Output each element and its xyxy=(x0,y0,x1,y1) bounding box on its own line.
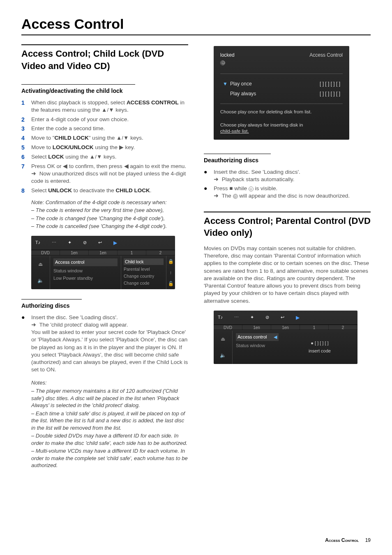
step-1: 1When disc playback is stopped, select A… xyxy=(21,99,188,114)
sad-face-icon: ☹ xyxy=(220,60,225,65)
step-text: Select LOCK using the ▲/▼ keys. xyxy=(31,153,188,161)
locked-msg2a: Choose play always for inserting disk in xyxy=(220,122,303,127)
footer-label: Access Control xyxy=(325,537,359,543)
step-3: 3Enter the code a second time. xyxy=(21,125,188,133)
code-entry: ● [ ] [ ] [ ] xyxy=(311,340,328,346)
step-5: 5Move to LOCK/UNLOCK using the ▶ key. xyxy=(21,144,188,152)
step-4: 4Move to "CHILD LOCK" using the ▲/▼ keys… xyxy=(21,134,188,142)
step-2: 2Enter a 4-digit code of your own choice… xyxy=(21,116,188,124)
deauth-bullets: ● Insert the disc. See 'Loading discs'. … xyxy=(204,168,371,200)
notes-block: – The player memory maintains a list of … xyxy=(31,387,188,469)
eject-icon: ⏏ xyxy=(38,261,43,267)
osd-submenu-item: Change code xyxy=(124,280,164,286)
list-item: ● Insert the disc. See 'Loading discs'. … xyxy=(21,314,188,374)
bullet-text: Press ■ while ☺ is visible. xyxy=(214,185,277,191)
parental-paragraph: Movies on DVDs may contain scenes not su… xyxy=(204,245,371,305)
locked-msg1: Choose play once for deleting disk from … xyxy=(220,109,343,115)
osd-strip-cell: 1en xyxy=(60,250,89,255)
bullet-icon: ● xyxy=(204,168,214,175)
osd-tab-icon: ↩ xyxy=(281,314,284,320)
osd-menu-item: Access control xyxy=(53,258,118,266)
osd-menu-item: Status window xyxy=(53,268,118,274)
auth-paragraph: You will be asked to enter your secret c… xyxy=(31,329,188,373)
page-footer: Access Control 19 xyxy=(325,537,371,543)
code-placeholder: [ ] [ ] [ ] [ ] xyxy=(320,81,340,87)
up-down-icon: ↕ xyxy=(170,269,172,276)
note-line: – Double sided DVDs may have a different… xyxy=(31,432,188,447)
note-line: – Multi-volume VCDs may have a different… xyxy=(31,447,188,469)
subheading-authorizing: Authorizing discs xyxy=(21,299,82,310)
speaker-icon: 🔈 xyxy=(220,352,226,359)
steps-list: 1When disc playback is stopped, select A… xyxy=(21,99,188,194)
code-placeholder: [ ] [ ] [ ] [ ] xyxy=(320,90,340,97)
osd-tab-icon: ✦ xyxy=(68,240,71,246)
right-column: locked ☹ Access Control ▼Play once [ ] [… xyxy=(204,43,371,470)
footer-page-number: 19 xyxy=(365,537,371,543)
osd-tab-icon: ✦ xyxy=(250,314,254,320)
osd-submenu-item: Child lock xyxy=(124,258,164,265)
step-num: 5 xyxy=(21,144,31,152)
step-num: 8 xyxy=(21,187,31,195)
step-7: 7Press OK or ◀ to confirm, then press ◀ … xyxy=(21,163,188,185)
osd-strip-cell: 1en xyxy=(271,325,300,330)
chevron-right-icon: ▶ xyxy=(296,314,300,321)
step-text: Select UNLOCK to deactivate the CHILD LO… xyxy=(31,187,188,194)
left-column: Access Control; Child Lock (DVD Video an… xyxy=(21,43,188,470)
section-heading-childlock: Access Control; Child Lock (DVD Video an… xyxy=(21,44,188,72)
osd-submenu-item: Parental level xyxy=(124,266,164,272)
eject-icon: ⏏ xyxy=(221,336,225,342)
osd-strip-cell: 1en xyxy=(242,325,271,330)
step-num: 7 xyxy=(21,163,31,170)
osd-menu-item: Access control ◀ xyxy=(236,333,279,341)
arrow-result xyxy=(31,322,38,328)
osd-strip-cell: 1 xyxy=(300,325,329,330)
locked-title: locked xyxy=(220,52,235,58)
step-text: Press OK or ◀ to confirm, then press ◀ a… xyxy=(31,163,188,185)
osd-tab-icon: ⊘ xyxy=(265,314,269,320)
list-item: ● Press ■ while ☺ is visible. The ☹ will… xyxy=(204,185,371,200)
step-text: Enter a 4-digit code of your own choice. xyxy=(31,116,188,123)
locked-msg2b: child-safe list. xyxy=(220,129,249,134)
chevron-right-icon: ▶ xyxy=(113,240,117,246)
subheading-deauthorizing: Deauthorizing discs xyxy=(204,154,271,164)
step-num: 4 xyxy=(21,134,31,142)
note-line: – The code is entered for the very first… xyxy=(31,207,188,214)
bullet-text: Insert the disc. See 'Loading discs'. xyxy=(214,169,300,175)
page-title: Access Control xyxy=(21,15,371,35)
osd-tab-icon: ⋯ xyxy=(234,314,239,320)
speaker-icon: 🔈 xyxy=(37,277,44,284)
ui-screenshot-insert-code: T♪ ⋯ ✦ ⊘ ↩ ▶ DVD 1en 1en 1 2 ⏏ 🔈 A xyxy=(214,311,357,364)
step-num: 3 xyxy=(21,125,31,133)
osd-menu-item: Low Power standby xyxy=(53,275,118,281)
step-num: 2 xyxy=(21,116,31,124)
osd-strip-cell: 2 xyxy=(146,250,175,255)
ui-screenshot-locked-dialog: locked ☹ Access Control ▼Play once [ ] [… xyxy=(214,46,349,140)
step-6: 6Select LOCK using the ▲/▼ keys. xyxy=(21,153,188,161)
chevron-down-icon: ▼ xyxy=(223,81,228,87)
lock-icon: 🔒 xyxy=(168,258,174,265)
note-line: – The player memory maintains a list of … xyxy=(31,387,188,409)
note-line: – The code is cancelled (see 'Changing t… xyxy=(31,223,188,230)
osd-strip-cell: 2 xyxy=(329,325,357,330)
lock-open-icon: 🔓 xyxy=(168,281,174,287)
subheading-activating: Activating/deactivating the child lock xyxy=(21,84,135,95)
play-always-label: Play always xyxy=(223,90,256,97)
osd-strip-cell: 1 xyxy=(118,250,146,255)
play-once-label: Play once xyxy=(230,81,252,87)
list-item: ● Insert the disc. See 'Loading discs'. … xyxy=(204,168,371,183)
section-heading-parental: Access Control; Parental Control (DVD Vi… xyxy=(204,212,371,239)
osd-submenu-item: Change country xyxy=(124,273,164,279)
osd-tab-icon: T♪ xyxy=(35,240,40,246)
bullet-icon: ● xyxy=(21,314,31,321)
step-text: When disc playback is stopped, select AC… xyxy=(31,99,188,114)
arrow-text: The 'child protect' dialog will appear. xyxy=(39,322,128,328)
step-text: Enter the code a second time. xyxy=(31,125,188,132)
note-block: Note: Confirmation of the 4-digit code i… xyxy=(31,199,188,230)
ui-screenshot-childlock-menu: T♪ ⋯ ✦ ⊘ ↩ ▶ DVD 1en 1en 1 2 ⏏ 🔈 A xyxy=(31,236,175,289)
locked-header-right: Access Control xyxy=(309,52,343,65)
note-line: – The code is changed (see 'Changing the… xyxy=(31,215,188,222)
notes-label: Notes: xyxy=(31,379,188,387)
arrow-text: The ☹ will appear and the disc is now de… xyxy=(222,193,350,199)
step-text: Move to LOCK/UNLOCK using the ▶ key. xyxy=(31,144,188,151)
step-num: 1 xyxy=(21,99,31,107)
